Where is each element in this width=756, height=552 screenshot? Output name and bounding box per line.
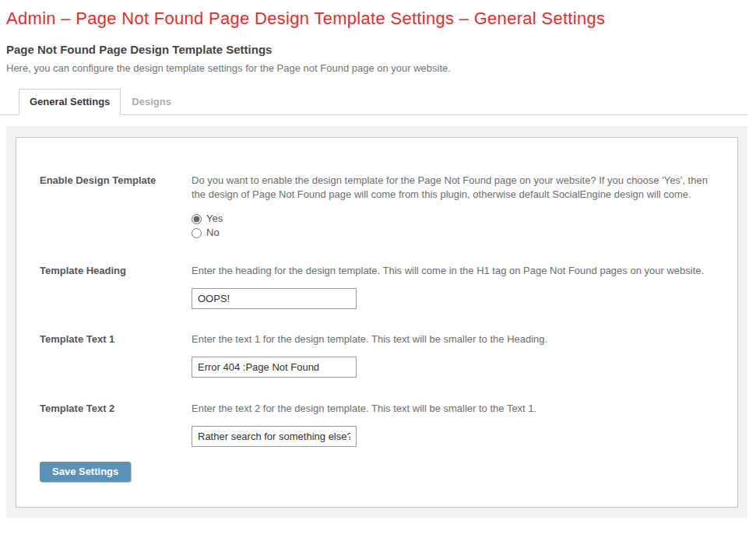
radio-option-no[interactable]: No	[192, 226, 713, 240]
settings-container: Enable Design Template Do you want to en…	[6, 126, 747, 518]
form-row-template-heading: Template Heading Enter the heading for t…	[40, 264, 714, 309]
field-label-template-text-2: Template Text 2	[40, 402, 192, 447]
field-content: Enter the heading for the design templat…	[192, 264, 704, 309]
field-content: Enter the text 1 for the design template…	[192, 332, 547, 378]
field-label-template-heading: Template Heading	[40, 264, 192, 309]
enable-template-radio-group: Yes No	[192, 212, 713, 240]
save-settings-button[interactable]: Save Settings	[40, 462, 131, 482]
field-description: Enter the text 2 for the design template…	[192, 402, 536, 416]
template-heading-input[interactable]	[192, 288, 357, 309]
radio-yes-input[interactable]	[192, 214, 202, 224]
radio-option-yes[interactable]: Yes	[192, 212, 713, 226]
template-text-1-input[interactable]	[192, 357, 357, 378]
tab-general-settings[interactable]: General Settings	[19, 89, 121, 115]
radio-no-label: No	[206, 226, 220, 240]
form-row-enable-design-template: Enable Design Template Do you want to en…	[40, 174, 714, 240]
field-label-enable-design-template: Enable Design Template	[40, 174, 192, 240]
field-description: Enter the heading for the design templat…	[192, 264, 704, 278]
field-content: Do you want to enable the design templat…	[192, 174, 713, 240]
field-content: Enter the text 2 for the design template…	[192, 402, 536, 447]
form-row-template-text-1: Template Text 1 Enter the text 1 for the…	[40, 332, 714, 378]
radio-yes-label: Yes	[206, 212, 223, 226]
field-description: Enter the text 1 for the design template…	[192, 332, 547, 346]
page-subtitle: Here, you can configure the design templ…	[6, 62, 750, 74]
admin-page: Admin – Page Not Found Page Design Templ…	[0, 0, 756, 552]
tab-bar: General Settings Designs	[0, 89, 747, 115]
tab-designs[interactable]: Designs	[121, 90, 182, 114]
field-label-template-text-1: Template Text 1	[40, 332, 192, 378]
admin-breadcrumb-title: Admin – Page Not Found Page Design Templ…	[6, 9, 750, 28]
radio-no-input[interactable]	[192, 228, 202, 238]
field-description: Do you want to enable the design templat…	[192, 174, 713, 202]
settings-panel: Enable Design Template Do you want to en…	[16, 137, 738, 508]
form-row-template-text-2: Template Text 2 Enter the text 2 for the…	[40, 402, 714, 447]
page-heading: Page Not Found Page Design Template Sett…	[6, 43, 750, 56]
general-settings-form: Enable Design Template Do you want to en…	[40, 174, 714, 482]
template-text-2-input[interactable]	[192, 426, 357, 447]
